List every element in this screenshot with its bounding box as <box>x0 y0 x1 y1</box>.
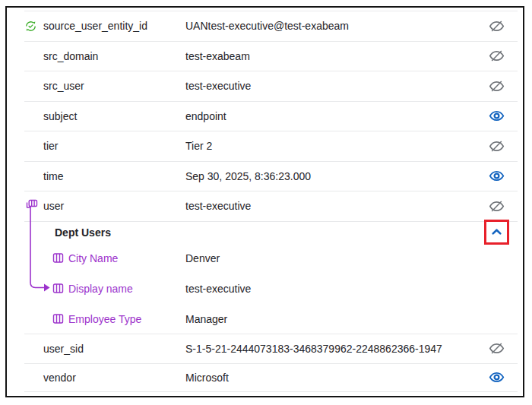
context-attribute-row: City Name Denver <box>24 243 518 274</box>
table-row: time Sep 30, 2025, 8:36:23.000 <box>24 161 518 191</box>
attribute-value: test-executive <box>185 200 477 212</box>
table-row: source_user_entity_id UANtest-executive@… <box>24 11 518 41</box>
visibility-toggle[interactable] <box>477 168 516 184</box>
context-attribute-key: City Name <box>52 252 185 264</box>
table-row: subject endpoint <box>24 101 518 131</box>
context-attribute-value: Denver <box>185 252 518 264</box>
eye-slash-icon <box>489 18 505 34</box>
attribute-key: src_user <box>43 80 185 92</box>
table-row: user test-executive <box>24 191 518 221</box>
columns-icon <box>52 313 64 324</box>
context-attribute-value: Manager <box>185 313 518 325</box>
visibility-toggle[interactable] <box>477 138 516 154</box>
context-section-header: Dept Users <box>24 222 518 243</box>
eye-slash-icon <box>489 78 505 94</box>
context-attribute-label: City Name <box>68 252 118 264</box>
visibility-toggle[interactable] <box>477 78 516 94</box>
attribute-value: UANtest-executive@test-exabeam <box>185 20 477 32</box>
collapse-control <box>477 220 516 245</box>
table-row: user_sid S-1-5-21-2444073183-3468379962-… <box>24 334 518 363</box>
chevron-up-icon[interactable] <box>489 224 505 240</box>
highlight-box <box>484 220 509 245</box>
visibility-toggle[interactable] <box>477 48 516 64</box>
visibility-toggle[interactable] <box>477 198 516 214</box>
context-attribute-label: Display name <box>68 283 133 295</box>
table-row: src_domain test-exabeam <box>24 41 518 71</box>
attribute-value: Microsoft <box>185 372 477 384</box>
attribute-key: user_sid <box>43 343 185 355</box>
context-attribute-key: Employee Type <box>52 313 185 325</box>
enrichment-sync-check-icon <box>24 20 43 33</box>
table-row: tier Tier 2 <box>24 131 518 161</box>
context-attribute-key: Display name <box>52 283 185 295</box>
attributes-panel: source_user_entity_id UANtest-executive@… <box>5 6 524 397</box>
context-table-title: Dept Users <box>55 226 185 239</box>
attribute-key: vendor <box>43 372 185 384</box>
attribute-value: Sep 30, 2025, 8:36:23.000 <box>185 170 477 182</box>
eye-open-icon <box>489 369 505 385</box>
context-attribute-row: Display name test-executive <box>24 274 518 304</box>
attribute-value: S-1-5-21-2444073183-3468379962-224886236… <box>185 343 477 355</box>
eye-open-icon <box>489 108 505 124</box>
attribute-value: endpoint <box>185 110 477 122</box>
columns-icon <box>52 252 64 264</box>
context-table-icon <box>24 199 43 213</box>
visibility-toggle[interactable] <box>477 369 516 385</box>
eye-open-icon <box>489 168 505 184</box>
columns-icon <box>52 283 64 294</box>
eye-slash-icon <box>489 340 505 356</box>
attribute-key: time <box>43 170 185 182</box>
attribute-value: test-executive <box>185 80 477 92</box>
context-attribute-value: test-executive <box>185 283 518 295</box>
context-attribute-row: Employee Type Manager <box>24 304 518 334</box>
attribute-value: test-exabeam <box>185 50 477 62</box>
attribute-key: subject <box>43 110 185 122</box>
table-row: src_user test-executive <box>24 71 518 101</box>
attribute-key: src_domain <box>43 50 185 62</box>
visibility-toggle[interactable] <box>477 18 516 34</box>
context-enrichment-section: Dept Users City Name <box>24 221 518 334</box>
eye-slash-icon <box>489 198 505 214</box>
attribute-key: source_user_entity_id <box>43 20 185 32</box>
eye-slash-icon <box>489 48 505 64</box>
attribute-key: tier <box>43 140 185 152</box>
eye-slash-icon <box>489 138 505 154</box>
table-row: vendor Microsoft <box>24 363 518 393</box>
visibility-toggle[interactable] <box>477 340 516 356</box>
attributes-table: source_user_entity_id UANtest-executive@… <box>24 11 518 392</box>
visibility-toggle[interactable] <box>477 108 516 124</box>
attribute-key: user <box>43 200 185 212</box>
attribute-value: Tier 2 <box>185 140 477 152</box>
context-attribute-label: Employee Type <box>68 313 141 325</box>
